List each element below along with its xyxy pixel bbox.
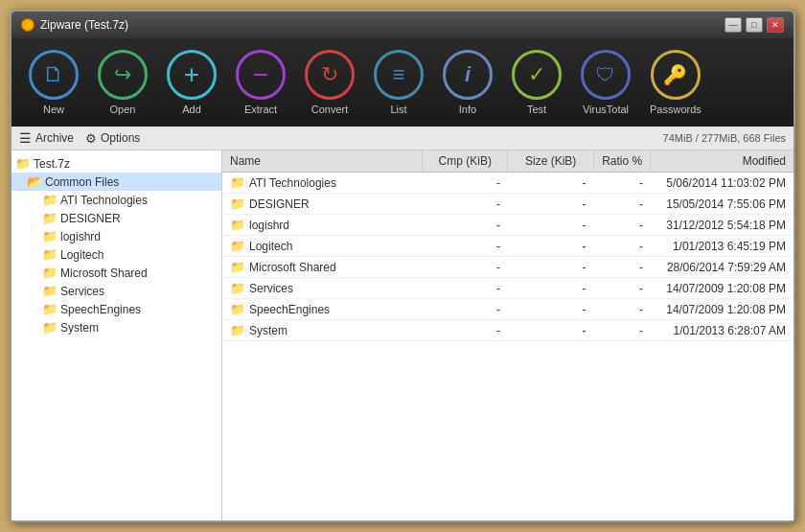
- list-icon: ≡: [374, 50, 424, 100]
- tree-item-common-files[interactable]: 📂 Common Files: [12, 173, 221, 191]
- table-row[interactable]: 📁Services - - - 14/07/2009 1:20:08 PM: [222, 278, 794, 299]
- tree-logitech-label: Logitech: [60, 248, 104, 262]
- tree-item-system[interactable]: 📁 System: [12, 318, 221, 336]
- archive-menu[interactable]: ☰ Archive: [19, 130, 74, 146]
- folder-icon: 📁: [230, 260, 245, 274]
- cell-size: -: [508, 194, 593, 215]
- cell-name: 📁Logitech: [222, 236, 423, 257]
- folder-icon: 📁: [230, 239, 245, 253]
- table-row[interactable]: 📁Microsoft Shared - - - 28/06/2014 7:59:…: [222, 257, 794, 278]
- folder-open-icon: 📂: [27, 174, 42, 189]
- virustotal-button[interactable]: 🛡 VirusTotal: [573, 46, 638, 119]
- cell-cmp: -: [423, 299, 508, 320]
- minimize-button[interactable]: —: [724, 17, 742, 33]
- add-label: Add: [182, 104, 201, 115]
- col-size[interactable]: Size (KiB): [508, 150, 593, 173]
- tree-item-designer[interactable]: 📁 DESIGNER: [12, 209, 221, 227]
- table-row[interactable]: 📁SpeechEngines - - - 14/07/2009 1:20:08 …: [222, 299, 794, 320]
- folder-icon: 📁: [42, 266, 58, 280]
- cell-ratio: -: [593, 236, 651, 257]
- add-button[interactable]: + Add: [159, 46, 224, 119]
- tree-item-microsoft-shared[interactable]: 📁 Microsoft Shared: [12, 264, 221, 282]
- cell-size: -: [508, 257, 593, 278]
- convert-icon: ↻: [305, 50, 355, 100]
- open-button[interactable]: ↪ Open: [90, 46, 155, 119]
- table-row[interactable]: 📁logishrd - - - 31/12/2012 5:54:18 PM: [222, 215, 794, 236]
- tree-speech-label: SpeechEngines: [60, 303, 141, 316]
- cell-cmp: -: [423, 173, 508, 194]
- title-bar-left: Zipware (Test.7z): [21, 18, 128, 32]
- info-icon: i: [443, 50, 493, 100]
- cell-ratio: -: [593, 320, 651, 341]
- menu-bar: ☰ Archive ⚙ Options 74MiB / 277MiB, 668 …: [12, 127, 794, 150]
- cell-size: -: [508, 236, 593, 257]
- tree-ati-label: ATI Technologies: [60, 194, 148, 207]
- col-modified[interactable]: Modified: [651, 150, 794, 173]
- tree-item-services[interactable]: 📁 Services: [12, 282, 221, 300]
- col-cmp[interactable]: Cmp (KiB): [423, 150, 508, 173]
- passwords-button[interactable]: 🔑 Passwords: [642, 46, 709, 119]
- maximize-button[interactable]: □: [746, 17, 763, 33]
- cell-ratio: -: [593, 278, 651, 299]
- table-row[interactable]: 📁DESIGNER - - - 15/05/2014 7:55:06 PM: [222, 194, 794, 215]
- extract-button[interactable]: − Extract: [228, 46, 293, 119]
- tree-root-label: Test.7z: [34, 157, 70, 171]
- table-row[interactable]: 📁System - - - 1/01/2013 6:28:07 AM: [222, 320, 794, 341]
- cell-cmp: -: [423, 278, 508, 299]
- folder-icon: 📁: [230, 197, 245, 211]
- add-icon: +: [167, 50, 217, 100]
- folder-icon: 📁: [15, 156, 31, 171]
- table-header-row: Name Cmp (KiB) Size (KiB) Ratio % Modifi…: [222, 150, 794, 173]
- gear-icon: ⚙: [85, 131, 97, 146]
- tree-logishrd-label: logishrd: [60, 230, 101, 243]
- open-label: Open: [110, 104, 136, 115]
- col-ratio[interactable]: Ratio %: [593, 150, 651, 173]
- cell-cmp: -: [423, 194, 508, 215]
- status-text: 74MiB / 277MiB, 668 Files: [663, 132, 786, 144]
- cell-size: -: [508, 278, 593, 299]
- col-name[interactable]: Name: [222, 150, 423, 173]
- open-icon: ↪: [98, 50, 148, 100]
- cell-cmp: -: [423, 320, 508, 341]
- file-list-panel: Name Cmp (KiB) Size (KiB) Ratio % Modifi…: [222, 150, 794, 520]
- tree-item-ati[interactable]: 📁 ATI Technologies: [12, 191, 221, 209]
- folder-icon: 📁: [42, 211, 58, 225]
- menu-left: ☰ Archive ⚙ Options: [19, 130, 140, 146]
- info-button[interactable]: i Info: [435, 46, 500, 119]
- folder-icon: 📁: [230, 281, 245, 295]
- table-row[interactable]: 📁ATI Technologies - - - 5/06/2014 11:03:…: [222, 173, 794, 194]
- folder-icon: 📁: [42, 229, 58, 243]
- cell-size: -: [508, 320, 593, 341]
- hamburger-icon: ☰: [19, 130, 32, 146]
- tree-system-label: System: [60, 321, 99, 335]
- convert-button[interactable]: ↻ Convert: [297, 46, 362, 119]
- tree-item-speech-engines[interactable]: 📁 SpeechEngines: [12, 300, 221, 318]
- cell-ratio: -: [593, 257, 651, 278]
- cell-name: 📁System: [222, 320, 423, 341]
- cell-name: 📁Microsoft Shared: [222, 257, 423, 278]
- cell-name: 📁logishrd: [222, 215, 423, 236]
- cell-size: -: [508, 173, 593, 194]
- tree-services-label: Services: [60, 285, 104, 298]
- test-button[interactable]: ✓ Test: [504, 46, 569, 119]
- window-title: Zipware (Test.7z): [40, 18, 128, 32]
- folder-icon: 📁: [42, 320, 58, 335]
- tree-item-logishrd[interactable]: 📁 logishrd: [12, 227, 221, 245]
- tree-item-root[interactable]: 📁 Test.7z: [12, 154, 221, 173]
- folder-icon: 📁: [230, 323, 245, 337]
- new-label: New: [43, 104, 64, 115]
- cell-size: -: [508, 299, 593, 320]
- table-row[interactable]: 📁Logitech - - - 1/01/2013 6:45:19 PM: [222, 236, 794, 257]
- new-button[interactable]: 🗋 New: [21, 46, 86, 119]
- title-bar: Zipware (Test.7z) — □ ✕: [12, 12, 794, 38]
- options-label: Options: [101, 131, 140, 145]
- folder-icon: 📁: [42, 302, 58, 316]
- list-button[interactable]: ≡ List: [366, 46, 431, 119]
- tree-item-logitech[interactable]: 📁 Logitech: [12, 245, 221, 264]
- app-icon: [21, 18, 34, 32]
- cell-name: 📁DESIGNER: [222, 194, 423, 215]
- close-button[interactable]: ✕: [767, 17, 784, 33]
- cell-name: 📁Services: [222, 278, 423, 299]
- cell-modified: 28/06/2014 7:59:29 AM: [651, 257, 794, 278]
- options-menu[interactable]: ⚙ Options: [85, 131, 140, 146]
